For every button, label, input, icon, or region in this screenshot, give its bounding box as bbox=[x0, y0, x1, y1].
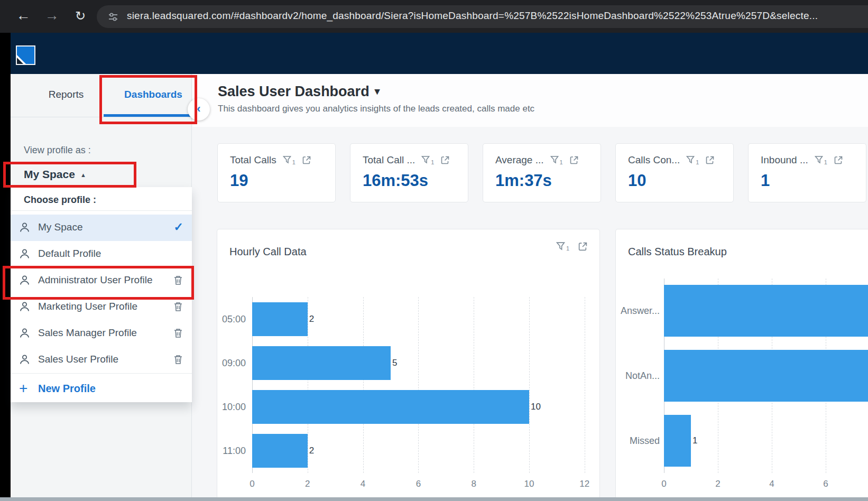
divider bbox=[11, 210, 192, 211]
profile-selector-value: My Space bbox=[24, 168, 75, 180]
profile-option-my-space[interactable]: My Space ✓ bbox=[11, 215, 192, 241]
profile-option-sales-manager[interactable]: Sales Manager Profile bbox=[11, 320, 192, 347]
kpi-value: 10 bbox=[628, 171, 646, 190]
profile-option-marketing[interactable]: Marketing User Profile bbox=[11, 294, 192, 320]
kpi-label: Total Call ... bbox=[363, 154, 415, 166]
filter-badge: 1 bbox=[292, 159, 296, 165]
tab-dashboards[interactable]: Dashboards bbox=[111, 89, 196, 100]
bar-11:00[interactable] bbox=[252, 434, 308, 468]
x-tick-label: 8 bbox=[471, 479, 476, 489]
x-tick-label: 12 bbox=[579, 479, 589, 489]
page: ← → ↻ siera.leadsquared.com/#dashboardv2… bbox=[0, 0, 868, 501]
bar-Answer...[interactable] bbox=[664, 285, 868, 337]
kpi-card-inbound: Inbound ... 1 1 bbox=[748, 143, 866, 202]
category-label: Missed bbox=[580, 435, 660, 446]
logo-fold-dark bbox=[17, 58, 23, 64]
filter-icon[interactable]: 1 bbox=[550, 155, 563, 165]
kpi-card-average: Average ... 1 1m:37s bbox=[483, 143, 601, 202]
bar-10:00[interactable] bbox=[252, 390, 529, 424]
bar-05:00[interactable] bbox=[252, 302, 308, 336]
choose-profile-heading: Choose profile : bbox=[24, 194, 96, 206]
category-label: NotAn... bbox=[580, 370, 660, 382]
leadsquared-logo-icon[interactable] bbox=[16, 45, 35, 65]
open-report-icon[interactable] bbox=[302, 155, 311, 165]
sidebar-collapse-button[interactable]: ‹ bbox=[188, 98, 210, 120]
profile-option-default[interactable]: Default Profile bbox=[11, 241, 192, 267]
trash-icon[interactable] bbox=[174, 328, 182, 338]
gridline bbox=[363, 297, 364, 473]
filter-icon[interactable]: 1 bbox=[283, 155, 296, 165]
kpi-label: Average ... bbox=[495, 154, 544, 166]
chevron-left-icon: ‹ bbox=[197, 102, 200, 115]
filter-icon[interactable]: 1 bbox=[815, 155, 827, 165]
bar-value-label: 2 bbox=[309, 314, 314, 324]
gridline bbox=[474, 297, 474, 473]
profile-option-label: Sales Manager Profile bbox=[38, 327, 137, 339]
dashboard-subtitle: This dashboard gives you analytics insig… bbox=[218, 104, 534, 114]
trash-icon[interactable] bbox=[174, 355, 182, 365]
gridline bbox=[585, 297, 585, 473]
profile-option-administrator[interactable]: Administrator User Profile bbox=[11, 267, 192, 294]
kpi-value: 1m:37s bbox=[495, 171, 552, 190]
dashboard-title[interactable]: Sales User Dashboard▾ bbox=[218, 84, 380, 100]
bar-NotAn...[interactable] bbox=[664, 350, 868, 402]
profile-selector[interactable]: My Space▲ bbox=[24, 168, 86, 181]
kpi-card-total-calls: Total Calls 1 19 bbox=[217, 143, 336, 202]
browser-toolbar: ← → ↻ siera.leadsquared.com/#dashboardv2… bbox=[0, 0, 868, 33]
horizontal-scrollbar[interactable] bbox=[0, 497, 868, 501]
kpi-label: Total Calls bbox=[230, 154, 276, 166]
x-tick-label: 6 bbox=[823, 479, 828, 489]
left-edge bbox=[0, 33, 11, 501]
filter-icon[interactable]: 1 bbox=[421, 155, 434, 165]
person-icon bbox=[19, 275, 30, 286]
back-icon[interactable]: ← bbox=[14, 7, 33, 24]
trash-icon[interactable] bbox=[174, 302, 182, 312]
open-report-icon[interactable] bbox=[578, 242, 588, 252]
profile-dropdown: Choose profile : My Space ✓ Default Prof… bbox=[11, 187, 192, 402]
profile-option-label: Default Profile bbox=[38, 248, 101, 259]
new-profile-label: New Profile bbox=[38, 383, 96, 395]
trash-icon[interactable] bbox=[174, 275, 182, 285]
divider bbox=[11, 373, 192, 374]
bar-Missed[interactable] bbox=[664, 415, 691, 467]
x-tick-label: 2 bbox=[715, 479, 720, 489]
reload-icon[interactable]: ↻ bbox=[71, 8, 90, 23]
open-report-icon[interactable] bbox=[440, 155, 450, 165]
open-report-icon[interactable] bbox=[834, 155, 843, 165]
filter-icon[interactable]: 1 bbox=[556, 242, 569, 252]
x-tick-label: 10 bbox=[524, 479, 534, 489]
person-icon bbox=[19, 354, 30, 365]
forward-icon[interactable]: → bbox=[42, 7, 61, 24]
kpi-card-total-call-duration: Total Call ... 1 16m:53s bbox=[350, 143, 468, 202]
x-tick-label: 4 bbox=[361, 479, 365, 489]
person-icon bbox=[19, 328, 30, 339]
profile-option-label: Marketing User Profile bbox=[38, 301, 137, 312]
profile-option-sales-user[interactable]: Sales User Profile bbox=[11, 347, 192, 373]
kpi-label: Calls Con... bbox=[628, 154, 680, 166]
new-profile-button[interactable]: + New Profile bbox=[11, 376, 192, 402]
kpi-value: 16m:53s bbox=[363, 171, 428, 190]
bar-value-label: 5 bbox=[392, 358, 397, 368]
kpi-label: Inbound ... bbox=[761, 154, 808, 166]
caret-up-icon: ▲ bbox=[80, 172, 86, 178]
bar-value-label: 10 bbox=[531, 402, 541, 412]
open-report-icon[interactable] bbox=[569, 155, 579, 165]
filter-badge: 1 bbox=[696, 159, 699, 165]
person-icon bbox=[19, 301, 30, 312]
bar-09:00[interactable] bbox=[252, 346, 391, 380]
kpi-value: 1 bbox=[761, 171, 770, 190]
tab-reports[interactable]: Reports bbox=[32, 89, 100, 100]
filter-icon[interactable]: 1 bbox=[686, 155, 699, 165]
chart-title-hourly: Hourly Call Data bbox=[229, 246, 307, 258]
caret-down-icon: ▾ bbox=[375, 86, 380, 97]
profile-option-label: My Space bbox=[38, 221, 82, 233]
x-tick-label: 6 bbox=[416, 479, 421, 489]
check-icon: ✓ bbox=[174, 220, 183, 234]
chart-title-status: Calls Status Breakup bbox=[628, 246, 727, 258]
site-settings-icon[interactable] bbox=[107, 11, 119, 23]
filter-badge: 1 bbox=[560, 159, 563, 165]
open-report-icon[interactable] bbox=[705, 155, 715, 165]
filter-badge: 1 bbox=[431, 159, 434, 165]
x-tick-label: 0 bbox=[250, 479, 254, 489]
url-text: siera.leadsquared.com/#dashboardv2/home_… bbox=[127, 10, 818, 22]
